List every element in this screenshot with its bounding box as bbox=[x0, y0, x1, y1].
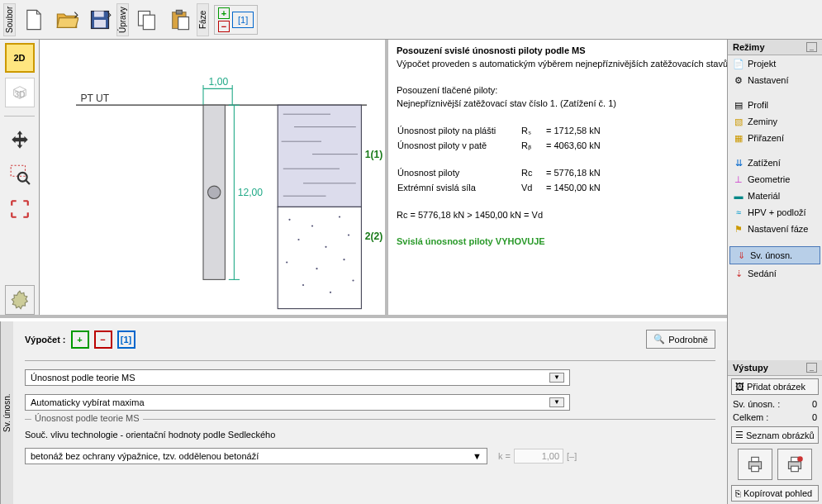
drawing-canvas[interactable]: PT UT 1,00 12,00 bbox=[40, 40, 388, 315]
blank-page-icon bbox=[22, 8, 45, 31]
svg-rect-28 bbox=[278, 207, 361, 308]
podrobne-button[interactable]: 🔍Podrobně bbox=[646, 330, 715, 349]
out-row2-val: 0 bbox=[812, 412, 817, 422]
calc-current[interactable]: [1] bbox=[117, 330, 135, 349]
mode-hpv[interactable]: ≈HPV + podloží bbox=[728, 204, 822, 221]
outputs-minimize[interactable]: _ bbox=[806, 363, 817, 373]
outputs-header: Výstupy_ bbox=[728, 360, 822, 376]
phase-add-button[interactable]: + bbox=[218, 7, 230, 19]
zoom-region-button[interactable] bbox=[5, 159, 35, 189]
bottom-side-tab[interactable]: Sv. únosn. bbox=[0, 321, 13, 504]
water-icon: ≈ bbox=[733, 207, 744, 218]
mode-profil[interactable]: ▤Profil bbox=[728, 97, 822, 113]
copy-icon bbox=[135, 8, 159, 31]
mode-prirazeni[interactable]: ▦Přiřazení bbox=[728, 130, 822, 146]
pile-drawing: PT UT 1,00 12,00 bbox=[40, 40, 385, 315]
zoom-rect-icon bbox=[9, 164, 31, 185]
svg-point-48 bbox=[797, 456, 803, 462]
layer2-label: 2(2) bbox=[365, 231, 383, 242]
print-color-button[interactable] bbox=[777, 449, 812, 480]
svg-point-35 bbox=[286, 261, 287, 263]
phase-current[interactable]: [1] bbox=[232, 12, 254, 28]
save-file-button[interactable] bbox=[85, 5, 115, 35]
view-2d-button[interactable]: 2D bbox=[5, 43, 35, 73]
mode-material[interactable]: ▬Materiál bbox=[728, 188, 822, 204]
mode-zeminy[interactable]: ▧Zeminy bbox=[728, 113, 822, 130]
svg-point-16 bbox=[208, 186, 221, 198]
gear-icon bbox=[9, 289, 31, 311]
out-row1-val: 0 bbox=[812, 399, 817, 409]
printer-icon bbox=[744, 454, 766, 475]
svg-point-37 bbox=[343, 259, 344, 260]
svg-point-31 bbox=[339, 216, 340, 217]
svg-rect-44 bbox=[752, 466, 759, 472]
modes-minimize[interactable]: _ bbox=[806, 42, 817, 52]
open-file-button[interactable] bbox=[52, 5, 82, 35]
add-picture-button[interactable]: 🖼Přidat obrázek bbox=[731, 378, 819, 395]
svg-rect-2 bbox=[94, 20, 106, 27]
mode-sedani[interactable]: ⇣Sedání bbox=[728, 265, 822, 282]
fit-extents-icon bbox=[9, 198, 31, 220]
material-icon: ▬ bbox=[733, 190, 744, 202]
settlement-icon: ⇣ bbox=[733, 268, 744, 279]
settings-gear-button[interactable] bbox=[5, 285, 35, 315]
list-icon: ☰ bbox=[735, 430, 744, 440]
cube-3d-icon: 3D bbox=[11, 83, 29, 102]
list-pictures-button[interactable]: ☰Seznam obrázků bbox=[731, 426, 819, 444]
floppy-icon bbox=[88, 8, 112, 31]
out-row1-label: Sv. únosn. : bbox=[733, 399, 780, 409]
soil-icon: ▧ bbox=[733, 116, 744, 127]
calc-add-button[interactable]: + bbox=[71, 330, 89, 349]
svg-point-36 bbox=[316, 268, 317, 269]
calc-remove-button[interactable]: − bbox=[94, 330, 112, 349]
svg-point-39 bbox=[330, 292, 331, 293]
folder-open-icon bbox=[55, 8, 78, 31]
svg-rect-43 bbox=[752, 457, 759, 461]
mode-geometrie[interactable]: ⊥Geometrie bbox=[728, 171, 822, 188]
dim-depth: 12,00 bbox=[238, 187, 264, 198]
document-icon: 📄 bbox=[733, 58, 744, 69]
soubor-group-label: Soubor bbox=[3, 3, 16, 36]
technology-select[interactable]: betonáž bez ochrany výpažnice, tzv. oddě… bbox=[25, 448, 487, 464]
phase-remove-button[interactable]: − bbox=[218, 21, 230, 32]
phase-settings-icon: ⚑ bbox=[733, 223, 744, 235]
mode-nastaveni-faze[interactable]: ⚑Nastavení fáze bbox=[728, 221, 822, 237]
tech-label: Souč. vlivu technologie - orientační hod… bbox=[25, 430, 715, 440]
zoom-extents-button[interactable] bbox=[5, 194, 35, 224]
mode-zatizeni[interactable]: ⇊Zatížení bbox=[728, 155, 822, 171]
svg-text:3D: 3D bbox=[14, 90, 25, 99]
svg-point-32 bbox=[297, 239, 299, 240]
pan-button[interactable] bbox=[5, 125, 35, 155]
copy-view-button[interactable]: ⎘Kopírovat pohled bbox=[731, 485, 819, 502]
k-input: 1,00 bbox=[514, 449, 563, 464]
mode-sv-unosn[interactable]: ⇓Sv. únosn. bbox=[729, 246, 820, 264]
detail-icon: 🔍 bbox=[653, 334, 665, 345]
svg-point-30 bbox=[311, 225, 313, 226]
paste-button[interactable] bbox=[165, 5, 195, 35]
copy-small-icon: ⎘ bbox=[735, 488, 741, 498]
layer1-label: 1(1) bbox=[365, 149, 383, 160]
profile-icon: ▤ bbox=[733, 99, 744, 111]
svg-point-29 bbox=[288, 219, 290, 221]
chevron-down-icon: ▼ bbox=[473, 451, 482, 461]
geometry-icon: ⊥ bbox=[733, 174, 744, 185]
autoselect-select[interactable]: Automaticky vybírat maxima▼ bbox=[25, 394, 570, 411]
printer-color-icon bbox=[784, 454, 805, 475]
mode-projekt[interactable]: 📄Projekt bbox=[728, 55, 822, 72]
upravy-group-label: Úpravy bbox=[116, 3, 129, 36]
svg-point-34 bbox=[348, 234, 349, 235]
svg-rect-7 bbox=[178, 17, 189, 29]
view-3d-button[interactable]: 3D bbox=[5, 78, 35, 107]
vypocet-label: Výpočet : bbox=[25, 335, 66, 345]
new-file-button[interactable] bbox=[19, 5, 49, 35]
k-label: k = bbox=[498, 451, 511, 461]
chevron-down-icon: ▼ bbox=[549, 397, 564, 407]
mode-nastaveni[interactable]: ⚙Nastavení bbox=[728, 72, 822, 88]
svg-point-40 bbox=[352, 279, 354, 281]
svg-point-38 bbox=[302, 284, 304, 286]
chevron-down-icon: ▼ bbox=[549, 373, 564, 383]
copy-button[interactable] bbox=[132, 5, 162, 35]
theory-select[interactable]: Únosnost podle teorie MS▼ bbox=[25, 369, 570, 386]
print-button[interactable] bbox=[738, 449, 772, 480]
add-picture-icon: 🖼 bbox=[735, 382, 744, 392]
